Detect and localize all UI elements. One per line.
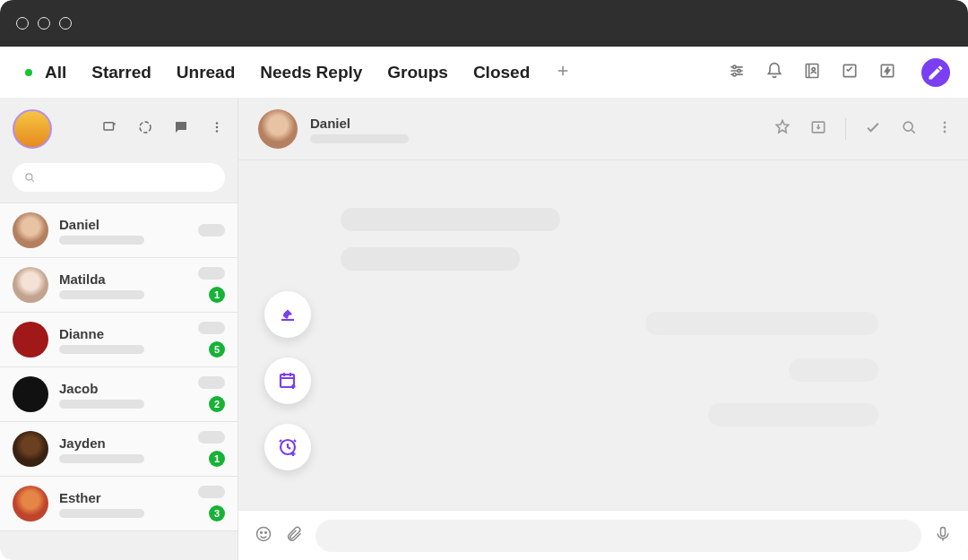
svg-point-10 bbox=[216, 126, 219, 129]
quick-schedule-button[interactable] bbox=[264, 358, 311, 404]
search-icon[interactable] bbox=[900, 118, 918, 140]
conversation-name: Jacob bbox=[59, 381, 187, 396]
avatar bbox=[13, 212, 48, 248]
conversation-row[interactable]: Daniel bbox=[0, 202, 238, 258]
svg-point-18 bbox=[257, 527, 271, 540]
conversation-time-placeholder bbox=[198, 267, 225, 280]
online-dot bbox=[25, 69, 32, 76]
conversation-preview-placeholder bbox=[59, 509, 144, 518]
conversation-name: Jayden bbox=[59, 435, 187, 451]
sidebar-search-input[interactable] bbox=[13, 163, 225, 192]
kebab-icon[interactable] bbox=[936, 118, 954, 140]
avatar bbox=[13, 376, 48, 412]
tab-closed[interactable]: Closed bbox=[473, 63, 530, 82]
compose-button[interactable] bbox=[921, 58, 950, 87]
conversation-preview-placeholder bbox=[59, 290, 144, 299]
svg-point-8 bbox=[140, 122, 151, 133]
contacts-icon[interactable] bbox=[803, 62, 821, 83]
svg-point-16 bbox=[944, 126, 946, 129]
chat-header-icons bbox=[774, 118, 954, 140]
messages-icon[interactable] bbox=[173, 119, 189, 139]
sidebar-search-wrap bbox=[0, 158, 238, 202]
quick-share-button[interactable] bbox=[264, 291, 311, 338]
bell-icon[interactable] bbox=[765, 62, 783, 83]
conversation-time-placeholder bbox=[198, 431, 225, 444]
mic-icon[interactable] bbox=[934, 525, 952, 547]
message-outgoing bbox=[708, 403, 878, 426]
traffic-light-max[interactable] bbox=[59, 17, 72, 30]
titlebar bbox=[0, 0, 968, 47]
svg-rect-21 bbox=[941, 527, 946, 536]
conversation-time-placeholder bbox=[198, 224, 225, 237]
quick-snooze-button[interactable] bbox=[264, 424, 311, 470]
conversation-row[interactable]: Matilda1 bbox=[0, 258, 238, 313]
conversation-name: Esther bbox=[59, 490, 187, 505]
conversation-row[interactable]: Dianne5 bbox=[0, 313, 238, 367]
svg-point-4 bbox=[812, 67, 815, 70]
svg-point-1 bbox=[738, 69, 740, 72]
clock-add-icon bbox=[277, 436, 298, 458]
conversation-row[interactable]: Jacob2 bbox=[0, 367, 238, 422]
new-chat-icon[interactable] bbox=[101, 119, 117, 139]
share-icon bbox=[277, 304, 298, 325]
sidebar-header bbox=[0, 99, 238, 158]
emoji-icon[interactable] bbox=[255, 525, 272, 547]
sidebar: DanielMatilda1Dianne5Jacob2Jayden1Esther… bbox=[0, 99, 238, 560]
divider bbox=[845, 118, 846, 140]
my-avatar[interactable] bbox=[13, 109, 52, 149]
svg-point-12 bbox=[26, 174, 32, 180]
conversation-preview-placeholder bbox=[59, 454, 144, 463]
svg-point-19 bbox=[261, 531, 263, 533]
svg-point-20 bbox=[265, 531, 267, 533]
chat-avatar[interactable] bbox=[258, 109, 298, 149]
app-window: All Starred Unread Needs Reply Groups Cl… bbox=[0, 0, 968, 560]
message-incoming bbox=[341, 247, 520, 271]
tab-needs-reply[interactable]: Needs Reply bbox=[260, 63, 362, 82]
composer bbox=[238, 510, 968, 560]
conversation-name: Dianne bbox=[59, 326, 187, 341]
archive-icon[interactable] bbox=[809, 118, 827, 140]
tasks-icon[interactable] bbox=[841, 62, 859, 83]
conversation-time-placeholder bbox=[198, 322, 225, 334]
checkmark-icon[interactable] bbox=[864, 118, 882, 140]
chat-title: Daniel bbox=[310, 116, 409, 131]
attach-icon[interactable] bbox=[285, 525, 303, 547]
nav-icons bbox=[728, 58, 950, 87]
chat-subtitle-placeholder bbox=[310, 134, 409, 143]
conversation-row[interactable]: Esther3 bbox=[0, 477, 238, 531]
status-ring-icon[interactable] bbox=[137, 119, 153, 139]
tab-groups[interactable]: Groups bbox=[387, 63, 448, 82]
message-input[interactable] bbox=[315, 520, 921, 552]
traffic-light-close[interactable] bbox=[16, 17, 29, 30]
svg-point-17 bbox=[944, 131, 946, 134]
avatar bbox=[13, 267, 48, 303]
conversation-preview-placeholder bbox=[59, 400, 144, 409]
tab-unread[interactable]: Unread bbox=[177, 63, 235, 82]
search-icon bbox=[23, 171, 36, 184]
add-tab-button[interactable] bbox=[555, 63, 571, 82]
unread-badge: 1 bbox=[209, 287, 225, 303]
unread-badge: 2 bbox=[209, 396, 225, 412]
unread-badge: 3 bbox=[209, 505, 225, 521]
svg-point-14 bbox=[903, 122, 912, 131]
star-icon[interactable] bbox=[774, 118, 791, 140]
kebab-icon[interactable] bbox=[209, 119, 225, 139]
svg-rect-22 bbox=[281, 375, 294, 387]
message-incoming bbox=[341, 208, 560, 231]
avatar bbox=[13, 486, 48, 521]
filter-tabs: All Starred Unread Needs Reply Groups Cl… bbox=[45, 63, 530, 82]
conversation-row[interactable]: Jayden1 bbox=[0, 422, 238, 477]
conversation-list[interactable]: DanielMatilda1Dianne5Jacob2Jayden1Esther… bbox=[0, 202, 238, 560]
filters-icon[interactable] bbox=[728, 62, 746, 83]
tab-all[interactable]: All bbox=[45, 63, 66, 82]
traffic-light-min[interactable] bbox=[38, 17, 50, 30]
avatar bbox=[13, 431, 48, 467]
search-field[interactable] bbox=[43, 171, 214, 185]
quick-actions bbox=[264, 291, 311, 470]
svg-point-11 bbox=[216, 130, 219, 133]
tab-starred[interactable]: Starred bbox=[91, 63, 151, 82]
calendar-add-icon bbox=[277, 370, 298, 392]
conversation-preview-placeholder bbox=[59, 236, 144, 245]
top-nav: All Starred Unread Needs Reply Groups Cl… bbox=[0, 47, 968, 99]
flash-icon[interactable] bbox=[878, 62, 896, 83]
